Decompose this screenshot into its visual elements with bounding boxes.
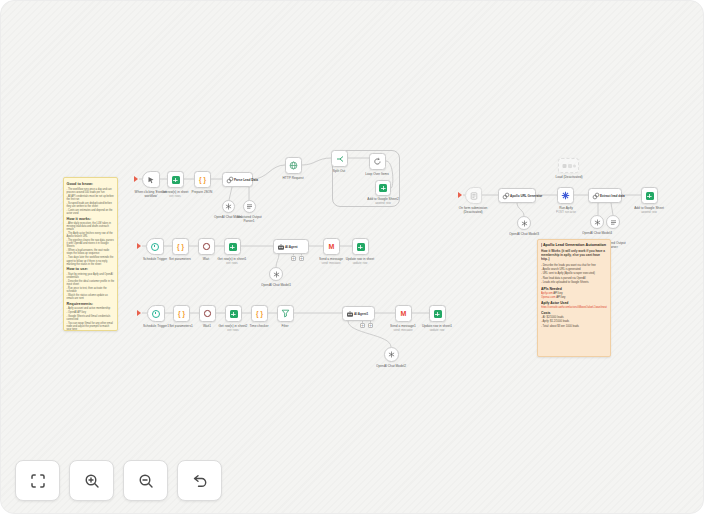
split-icon	[336, 155, 344, 163]
node-openai-chat-model[interactable]	[269, 267, 283, 281]
code-icon: { }	[199, 177, 206, 183]
node-gmail[interactable]: M	[395, 305, 412, 322]
clock-icon	[152, 310, 160, 318]
robot-icon	[277, 243, 285, 251]
sticky-heading: Apify Actor Used	[541, 300, 607, 304]
node-label: Add to Google Sheet2append: row	[365, 197, 401, 204]
gmail-icon: M	[401, 310, 407, 317]
node-load-deactivated[interactable]	[558, 158, 579, 173]
apify-icon	[561, 191, 570, 200]
api-link[interactable]: Apify.com	[541, 291, 553, 294]
workflow-canvas[interactable]: When clicking 'Execute workflow' Get row…	[0, 0, 704, 514]
node-form-trigger-deactivated[interactable]	[465, 187, 482, 204]
node-label: Split Out	[321, 169, 357, 173]
node-code[interactable]: { }	[251, 305, 268, 322]
node-output-parser[interactable]	[243, 200, 256, 213]
node-label: OpenAI Chat Model1	[258, 283, 294, 287]
api-item: Apify.com API key	[541, 291, 607, 294]
sticky-heading: How it works:	[67, 216, 115, 221]
sticky-heading: Requirements:	[67, 301, 115, 306]
node-label: OpenAI Chat Model3	[506, 232, 542, 236]
node-run-apify[interactable]	[557, 187, 574, 204]
actor-url-link[interactable]: https://console.apify.com/actors/jljBwyy…	[541, 305, 607, 308]
node-code[interactable]: { }	[194, 171, 211, 188]
node-label: Update row in sheetupdate: row	[342, 257, 378, 264]
google-sheets-icon	[646, 192, 654, 200]
node-ai-agent[interactable]: AI Agent	[273, 239, 309, 254]
node-google-sheets-append[interactable]	[641, 187, 658, 204]
node-filter[interactable]	[277, 305, 294, 322]
node-openai-chat-model[interactable]	[517, 216, 531, 230]
openai-icon	[521, 220, 528, 227]
sticky-note-yellow[interactable]: Good to know: The workflow runs once a d…	[63, 177, 118, 331]
node-label: Prepare JSON	[184, 190, 220, 194]
sticky-note-orange[interactable]: | Apollo Lead Generation Automation How …	[537, 239, 611, 357]
zoom-out-icon	[137, 472, 155, 490]
sticky-intro: How it Works (it will only work if you h…	[541, 249, 607, 261]
sticky-bullets: After daily execution, the LLM takes in …	[67, 221, 115, 265]
openai-icon	[388, 351, 395, 358]
pointer-icon	[147, 176, 155, 184]
openai-icon	[273, 271, 280, 278]
chain-icon	[226, 176, 234, 184]
node-google-sheets-get[interactable]	[224, 238, 241, 255]
node-http-request[interactable]	[285, 157, 302, 174]
sticky-costs: AI: $2/1000 leadsApify: $1.2/1000 leadsT…	[541, 315, 607, 327]
node-openai-chat-model[interactable]	[384, 347, 399, 362]
node-ai-agent[interactable]: AI Agent1	[342, 306, 375, 321]
node-output-parser[interactable]	[606, 215, 620, 229]
undo-button[interactable]	[177, 460, 222, 501]
node-extract-lead-data[interactable]: Extract lead data	[588, 188, 622, 203]
node-schedule-trigger[interactable]	[147, 305, 165, 322]
sticky-heading: How to use:	[67, 267, 115, 272]
add-memory-button[interactable]: +	[291, 256, 296, 261]
run-marker	[458, 192, 462, 198]
fit-view-icon	[29, 472, 47, 490]
node-apollo-url-generator[interactable]: Apollo URL Generator	[498, 188, 536, 203]
node-wait[interactable]	[198, 238, 215, 255]
add-memory-button[interactable]: +	[360, 323, 365, 328]
node-schedule-trigger[interactable]	[146, 238, 164, 255]
fit-view-button[interactable]	[15, 460, 60, 501]
zoom-in-button[interactable]	[69, 460, 114, 501]
node-manual-trigger[interactable]	[142, 171, 160, 188]
node-split-out[interactable]	[331, 150, 348, 167]
node-google-sheets-update[interactable]	[429, 305, 446, 322]
node-google-sheets-update[interactable]	[352, 238, 369, 255]
add-tool-button[interactable]: +	[299, 256, 304, 261]
node-label: OpenAI Chat Model4	[582, 231, 612, 235]
list-icon	[246, 203, 253, 210]
node-openai-chat-model[interactable]	[590, 215, 604, 229]
node-label: Send a message1send: message	[385, 324, 421, 331]
node-google-sheets-get[interactable]	[225, 305, 242, 322]
wait-icon	[204, 310, 211, 317]
google-sheets-icon	[434, 310, 442, 318]
chain-icon	[502, 192, 510, 200]
code-icon: { }	[178, 311, 185, 317]
run-marker	[134, 176, 138, 182]
sticky-heading: APIs Needed	[541, 286, 607, 290]
node-code[interactable]: { }	[173, 305, 190, 322]
node-loop-over-items[interactable]	[369, 153, 386, 170]
openai-icon	[225, 203, 232, 210]
api-link[interactable]: Openai.com	[541, 295, 556, 298]
node-label: OpenAI Chat Model2	[373, 364, 409, 368]
node-wait[interactable]	[199, 305, 216, 322]
node-google-sheets-get[interactable]	[167, 171, 184, 188]
node-parse-lead-data[interactable]: Parse Lead Data	[222, 172, 253, 187]
node-code[interactable]: { }	[172, 238, 189, 255]
node-label: Update row in sheet1update: row	[419, 324, 455, 331]
node-label: On form submission (Deactivated)	[455, 206, 491, 214]
globe-icon	[289, 161, 298, 170]
zoom-out-button[interactable]	[123, 460, 168, 501]
node-openai-chat-model[interactable]	[222, 200, 235, 213]
node-google-sheets-append[interactable]	[375, 180, 391, 196]
google-sheets-icon	[357, 243, 365, 251]
node-gmail[interactable]: M	[323, 238, 340, 255]
node-label: Loop Over Items	[359, 172, 395, 176]
google-sheets-icon	[172, 176, 180, 184]
loop-icon	[373, 157, 382, 166]
sticky-title: | Apollo Lead Generation Automation	[541, 243, 607, 248]
add-tool-button[interactable]: +	[368, 323, 373, 328]
sticky-steps: Describe the leads you want via chat for…	[541, 263, 607, 284]
